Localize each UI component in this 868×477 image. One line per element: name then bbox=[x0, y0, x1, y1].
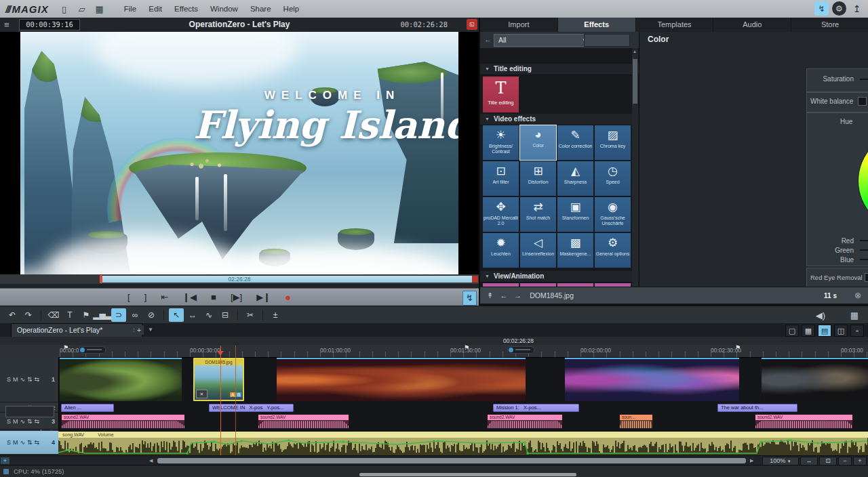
collapse-icon[interactable]: ▼ bbox=[485, 64, 490, 75]
export-film-icon[interactable]: ▦ bbox=[91, 4, 108, 14]
effect-tile-speed[interactable]: ◷Speed bbox=[595, 161, 631, 196]
effect-tile-maskengene-[interactable]: ▩Maskengene... bbox=[557, 233, 593, 268]
mouse-pointer-icon[interactable]: ↖ bbox=[169, 308, 184, 322]
solo-button[interactable]: S bbox=[7, 376, 11, 383]
menu-file[interactable]: File bbox=[118, 5, 143, 13]
scrollbar-thumb[interactable] bbox=[633, 59, 637, 104]
curve-icon[interactable]: ∿ bbox=[20, 439, 26, 446]
scroll-right-icon[interactable]: ▶ bbox=[750, 458, 753, 463]
timeline-view-button[interactable]: ▤ bbox=[818, 325, 831, 337]
add-track-button[interactable]: + bbox=[1, 457, 9, 464]
close-panel-icon[interactable]: ⊗ bbox=[854, 291, 861, 300]
keyboard-icon[interactable]: ▦ bbox=[847, 308, 862, 322]
white-balance-checkbox[interactable] bbox=[858, 97, 867, 106]
title-clip[interactable]: The war about th... bbox=[717, 404, 797, 412]
detach-preview-button[interactable]: ◱ bbox=[467, 19, 477, 30]
title-clip[interactable]: WELCOME IN X-pos Y-pos... bbox=[209, 404, 294, 412]
redo-icon[interactable]: ↷ bbox=[21, 308, 36, 322]
new-file-icon[interactable]: ▯ bbox=[56, 4, 73, 14]
category-dropdown[interactable]: All ▼ bbox=[494, 34, 591, 47]
upload-icon[interactable]: ↥ bbox=[850, 1, 864, 16]
mute-button[interactable]: M bbox=[13, 418, 18, 425]
music-track-lane[interactable]: song.WAV Volume bbox=[58, 431, 868, 455]
transition-icon[interactable]: ⇅ bbox=[27, 418, 33, 425]
audio-clip[interactable]: sound2.WAV bbox=[487, 414, 563, 429]
effect-tile-brightness-contrast[interactable]: ☀Brightness/ Contrast bbox=[483, 125, 519, 160]
split-icon[interactable]: ✂ bbox=[243, 308, 258, 322]
new-project-tab-button[interactable]: + bbox=[134, 325, 144, 335]
effect-tile-distortion[interactable]: ⊞Distortion bbox=[520, 161, 556, 196]
grid-view-button[interactable]: ▦ bbox=[802, 325, 815, 337]
single-view-button[interactable]: ▢ bbox=[785, 325, 799, 337]
saturation-slider[interactable] bbox=[860, 79, 868, 80]
effect-tile-color-correction[interactable]: ✎Color correction bbox=[557, 125, 593, 160]
playhead-line[interactable] bbox=[220, 346, 221, 455]
title-text-icon[interactable]: T bbox=[62, 308, 77, 322]
effect-tile-sharpness[interactable]: ◭Sharpness bbox=[557, 161, 593, 196]
mouse-range-icon[interactable]: ↔ bbox=[185, 308, 200, 322]
storyboard-view-button[interactable]: ◫ bbox=[834, 325, 848, 337]
object-stretch-icon[interactable]: ⊟ bbox=[218, 308, 233, 322]
transition-icon[interactable]: ✕ bbox=[196, 390, 208, 398]
solo-button[interactable]: S bbox=[7, 439, 11, 446]
effect-tile-chroma-key[interactable]: ▨Chroma key bbox=[595, 125, 631, 160]
effect-tile-leuchten[interactable]: ✹Leuchten bbox=[483, 233, 519, 268]
set-range-start-button[interactable]: [ bbox=[127, 289, 130, 306]
menu-help[interactable]: Help bbox=[277, 5, 306, 13]
track-name-input[interactable] bbox=[5, 406, 54, 417]
title-clip[interactable]: Mission 1: X-pos... bbox=[493, 404, 579, 412]
swap-icon[interactable]: ⇆ bbox=[35, 376, 40, 383]
set-range-end-button[interactable]: ] bbox=[144, 289, 147, 306]
audio-clip[interactable]: soun... bbox=[619, 414, 653, 429]
red-slider[interactable] bbox=[860, 240, 868, 241]
launcher-icon[interactable]: ↯ bbox=[814, 1, 829, 16]
video-clip[interactable] bbox=[277, 358, 526, 401]
section-title-editing[interactable]: ▼ Title editing bbox=[480, 64, 639, 75]
marker-badge[interactable] bbox=[507, 346, 534, 354]
section-video-effects[interactable]: ▼ Video effects bbox=[480, 114, 639, 125]
effect-tile-prodad-mercalli-2-0[interactable]: ✥proDAD Mercalli 2.0 bbox=[483, 197, 519, 232]
effect-tile-linsenreflexion[interactable]: ◁Linsenreflexion bbox=[520, 233, 556, 268]
mouse-curve-icon[interactable]: ∿ bbox=[201, 308, 216, 322]
mute-button[interactable]: M bbox=[13, 439, 18, 446]
section-view-animation[interactable]: ▼ View/Animation bbox=[480, 271, 639, 283]
insert-mode-icon[interactable]: ± bbox=[268, 308, 283, 322]
video-clip-selected[interactable]: DOM1845.jpg ✕ AB bbox=[193, 358, 244, 401]
collapse-panel-icon[interactable]: ↟ bbox=[487, 291, 493, 300]
hscrollbar-thumb[interactable] bbox=[157, 458, 746, 463]
speaker-icon[interactable]: ◀) bbox=[813, 308, 828, 322]
ungroup-icon[interactable]: ⊘ bbox=[144, 308, 159, 322]
menu-edit[interactable]: Edit bbox=[142, 5, 168, 13]
previous-frame-button[interactable]: ❙◀ bbox=[182, 289, 197, 306]
delete-icon[interactable]: ⌫ bbox=[46, 308, 61, 322]
open-project-icon[interactable]: ▱ bbox=[73, 4, 91, 14]
record-button[interactable]: ● bbox=[285, 289, 291, 306]
title-editing-tile[interactable]: T Title editing bbox=[483, 77, 519, 112]
swap-icon[interactable]: ⇆ bbox=[35, 439, 40, 446]
tab-effects[interactable]: Effects bbox=[558, 18, 636, 32]
solo-button[interactable]: S bbox=[7, 418, 11, 425]
video-clip[interactable] bbox=[565, 358, 739, 401]
tab-templates[interactable]: Templates bbox=[636, 18, 714, 32]
track-header-4[interactable]: SM∿⇅⇆4 bbox=[0, 431, 58, 455]
title-clip[interactable]: Alien ... bbox=[61, 404, 114, 412]
effect-tile-color[interactable]: ◕Color bbox=[520, 125, 556, 160]
audio-clip[interactable]: sound2.WAV bbox=[61, 414, 185, 429]
settings-gear-icon[interactable]: ⚙ bbox=[832, 1, 846, 16]
menu-window[interactable]: Window bbox=[204, 5, 244, 13]
track-header-1[interactable]: SM∿⇅⇆1 bbox=[0, 357, 58, 402]
mute-button[interactable]: M bbox=[13, 376, 18, 383]
collapse-icon[interactable]: ▼ bbox=[485, 271, 490, 282]
undo-icon[interactable]: ↶ bbox=[5, 308, 20, 322]
effect-tile-stanzformen[interactable]: ▣Stanzformen bbox=[557, 197, 593, 232]
red-eye-checkbox[interactable] bbox=[865, 273, 868, 282]
swap-icon[interactable]: ⇆ bbox=[35, 418, 40, 425]
curve-icon[interactable]: ∿ bbox=[20, 376, 26, 383]
snap-icon[interactable]: ⊃ bbox=[111, 308, 126, 322]
video-clip[interactable] bbox=[762, 358, 868, 401]
effect-tile-art-filter[interactable]: ⊡Art filter bbox=[483, 161, 519, 196]
levels-icon[interactable]: ▂▅▃ bbox=[95, 308, 110, 322]
audio-clip[interactable]: sound2.WAV bbox=[258, 414, 349, 429]
effects-search-input[interactable] bbox=[584, 34, 630, 47]
compact-view-button[interactable]: ▫ bbox=[850, 325, 864, 337]
